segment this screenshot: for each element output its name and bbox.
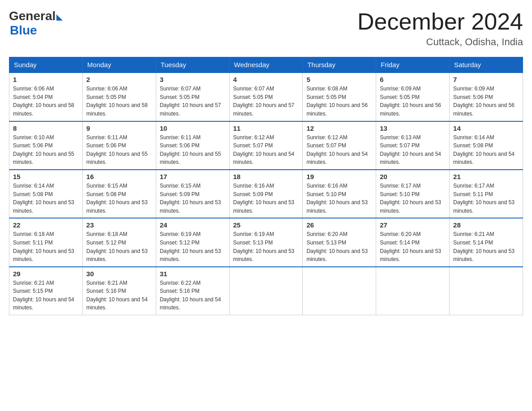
calendar-table: Sunday Monday Tuesday Wednesday Thursday… [9,57,523,315]
col-thursday: Thursday [303,57,376,73]
day-info: Sunrise: 6:07 AM Sunset: 5:05 PM Dayligh… [160,85,226,118]
day-info: Sunrise: 6:19 AM Sunset: 5:12 PM Dayligh… [160,230,226,263]
day-number: 14 [453,124,519,132]
day-info: Sunrise: 6:12 AM Sunset: 5:07 PM Dayligh… [306,133,372,167]
day-number: 20 [380,173,446,180]
table-row: 14 Sunrise: 6:14 AM Sunset: 5:08 PM Dayl… [450,121,523,170]
calendar-week-row: 8 Sunrise: 6:10 AM Sunset: 5:06 PM Dayli… [9,121,523,170]
table-row: 7 Sunrise: 6:09 AM Sunset: 5:06 PM Dayli… [450,73,523,121]
table-row: 21 Sunrise: 6:17 AM Sunset: 5:11 PM Dayl… [450,170,523,218]
table-row: 3 Sunrise: 6:07 AM Sunset: 5:05 PM Dayli… [156,73,229,121]
table-row: 29 Sunrise: 6:21 AM Sunset: 5:15 PM Dayl… [9,267,83,315]
day-info: Sunrise: 6:16 AM Sunset: 5:09 PM Dayligh… [233,182,299,215]
day-number: 6 [380,76,446,83]
table-row: 17 Sunrise: 6:15 AM Sunset: 5:09 PM Dayl… [156,170,229,218]
day-number: 4 [233,76,299,83]
calendar-header-row: Sunday Monday Tuesday Wednesday Thursday… [9,57,523,73]
day-info: Sunrise: 6:17 AM Sunset: 5:11 PM Dayligh… [453,182,519,215]
day-number: 23 [86,221,152,229]
calendar-week-row: 15 Sunrise: 6:14 AM Sunset: 5:08 PM Dayl… [9,170,523,218]
day-info: Sunrise: 6:09 AM Sunset: 5:06 PM Dayligh… [453,85,519,118]
title-section: December 2024 Cuttack, Odisha, India [357,9,523,48]
day-info: Sunrise: 6:19 AM Sunset: 5:13 PM Dayligh… [233,230,299,263]
day-info: Sunrise: 6:15 AM Sunset: 5:08 PM Dayligh… [86,182,152,215]
day-number: 26 [306,221,372,229]
day-info: Sunrise: 6:10 AM Sunset: 5:06 PM Dayligh… [13,133,79,167]
day-number: 22 [13,221,79,229]
day-number: 15 [13,173,79,180]
table-row: 27 Sunrise: 6:20 AM Sunset: 5:14 PM Dayl… [376,218,450,266]
day-info: Sunrise: 6:16 AM Sunset: 5:10 PM Dayligh… [306,182,372,215]
calendar-week-row: 1 Sunrise: 6:06 AM Sunset: 5:04 PM Dayli… [9,73,523,121]
table-row: 18 Sunrise: 6:16 AM Sunset: 5:09 PM Dayl… [229,170,303,218]
day-number: 28 [453,221,519,229]
col-wednesday: Wednesday [229,57,303,73]
logo-blue-text: Blue [10,23,63,38]
page-header: General Blue December 2024 Cuttack, Odis… [9,9,523,48]
day-info: Sunrise: 6:14 AM Sunset: 5:08 PM Dayligh… [13,182,79,215]
logo-arrow-icon [56,14,63,21]
table-row [229,267,303,315]
table-row: 2 Sunrise: 6:06 AM Sunset: 5:05 PM Dayli… [82,73,156,121]
col-friday: Friday [376,57,450,73]
table-row: 23 Sunrise: 6:18 AM Sunset: 5:12 PM Dayl… [82,218,156,266]
day-info: Sunrise: 6:18 AM Sunset: 5:11 PM Dayligh… [13,230,79,263]
day-number: 1 [13,76,79,83]
table-row: 28 Sunrise: 6:21 AM Sunset: 5:14 PM Dayl… [450,218,523,266]
day-number: 25 [233,221,299,229]
day-number: 30 [86,270,152,278]
table-row: 6 Sunrise: 6:09 AM Sunset: 5:05 PM Dayli… [376,73,450,121]
table-row: 20 Sunrise: 6:17 AM Sunset: 5:10 PM Dayl… [376,170,450,218]
table-row: 19 Sunrise: 6:16 AM Sunset: 5:10 PM Dayl… [303,170,376,218]
day-info: Sunrise: 6:11 AM Sunset: 5:06 PM Dayligh… [86,133,152,167]
day-number: 13 [380,124,446,132]
table-row: 31 Sunrise: 6:22 AM Sunset: 5:16 PM Dayl… [156,267,229,315]
day-number: 11 [233,124,299,132]
table-row: 13 Sunrise: 6:13 AM Sunset: 5:07 PM Dayl… [376,121,450,170]
day-number: 5 [306,76,372,83]
day-number: 12 [306,124,372,132]
day-number: 29 [13,270,79,278]
col-saturday: Saturday [450,57,523,73]
table-row: 12 Sunrise: 6:12 AM Sunset: 5:07 PM Dayl… [303,121,376,170]
day-info: Sunrise: 6:17 AM Sunset: 5:10 PM Dayligh… [380,182,446,215]
table-row: 26 Sunrise: 6:20 AM Sunset: 5:13 PM Dayl… [303,218,376,266]
day-info: Sunrise: 6:20 AM Sunset: 5:13 PM Dayligh… [306,230,372,263]
table-row: 11 Sunrise: 6:12 AM Sunset: 5:07 PM Dayl… [229,121,303,170]
day-number: 8 [13,124,79,132]
day-info: Sunrise: 6:15 AM Sunset: 5:09 PM Dayligh… [160,182,226,215]
day-number: 2 [86,76,152,83]
calendar-week-row: 22 Sunrise: 6:18 AM Sunset: 5:11 PM Dayl… [9,218,523,266]
table-row: 30 Sunrise: 6:21 AM Sunset: 5:16 PM Dayl… [82,267,156,315]
day-number: 27 [380,221,446,229]
day-number: 9 [86,124,152,132]
day-info: Sunrise: 6:20 AM Sunset: 5:14 PM Dayligh… [380,230,446,263]
day-info: Sunrise: 6:22 AM Sunset: 5:16 PM Dayligh… [160,279,226,312]
day-number: 17 [160,173,226,180]
day-info: Sunrise: 6:13 AM Sunset: 5:07 PM Dayligh… [380,133,446,167]
day-number: 19 [306,173,372,180]
day-number: 24 [160,221,226,229]
table-row [376,267,450,315]
day-info: Sunrise: 6:06 AM Sunset: 5:04 PM Dayligh… [13,85,79,118]
col-monday: Monday [82,57,156,73]
table-row: 5 Sunrise: 6:08 AM Sunset: 5:05 PM Dayli… [303,73,376,121]
table-row: 10 Sunrise: 6:11 AM Sunset: 5:06 PM Dayl… [156,121,229,170]
table-row: 16 Sunrise: 6:15 AM Sunset: 5:08 PM Dayl… [82,170,156,218]
day-number: 3 [160,76,226,83]
day-info: Sunrise: 6:06 AM Sunset: 5:05 PM Dayligh… [86,85,152,118]
day-info: Sunrise: 6:18 AM Sunset: 5:12 PM Dayligh… [86,230,152,263]
location-text: Cuttack, Odisha, India [357,36,523,48]
table-row: 25 Sunrise: 6:19 AM Sunset: 5:13 PM Dayl… [229,218,303,266]
day-number: 18 [233,173,299,180]
day-info: Sunrise: 6:08 AM Sunset: 5:05 PM Dayligh… [306,85,372,118]
table-row: 4 Sunrise: 6:07 AM Sunset: 5:05 PM Dayli… [229,73,303,121]
day-number: 10 [160,124,226,132]
day-number: 21 [453,173,519,180]
table-row: 15 Sunrise: 6:14 AM Sunset: 5:08 PM Dayl… [9,170,83,218]
day-info: Sunrise: 6:14 AM Sunset: 5:08 PM Dayligh… [453,133,519,167]
table-row: 22 Sunrise: 6:18 AM Sunset: 5:11 PM Dayl… [9,218,83,266]
table-row: 24 Sunrise: 6:19 AM Sunset: 5:12 PM Dayl… [156,218,229,266]
day-info: Sunrise: 6:11 AM Sunset: 5:06 PM Dayligh… [160,133,226,167]
table-row: 8 Sunrise: 6:10 AM Sunset: 5:06 PM Dayli… [9,121,83,170]
